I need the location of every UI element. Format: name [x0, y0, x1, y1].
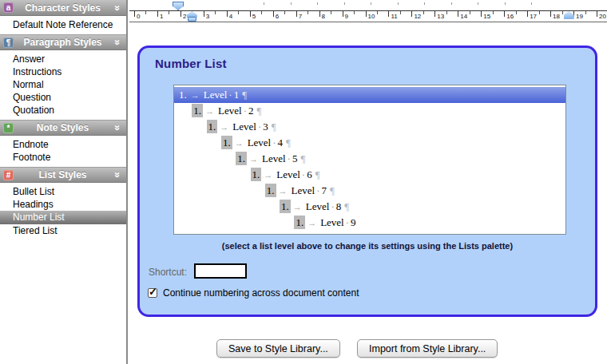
continue-numbering-label: Continue numbering across document conte… — [163, 287, 359, 299]
list-number: 1. — [177, 88, 188, 101]
panel-title: Number List — [155, 57, 227, 70]
sidebar-item-bullet-list[interactable]: Bullet List — [0, 185, 126, 198]
ruler-half-tick — [562, 11, 563, 14]
ruler-tick-label: 17 — [530, 13, 537, 20]
tab-character-icon: → — [307, 218, 316, 228]
sidebar-item-footnote[interactable]: Footnote — [0, 151, 126, 164]
tab-character-icon: → — [191, 90, 200, 100]
save-to-style-library-button[interactable]: Save to Style Library... — [216, 339, 340, 358]
ruler-tick — [204, 11, 204, 17]
ruler-tick — [273, 11, 274, 17]
ruler-half-tick — [331, 11, 331, 14]
section-header-character-styles[interactable]: aCharacter Styles» — [0, 0, 126, 16]
tab-character-icon: → — [279, 186, 288, 196]
list-number: 1. — [236, 152, 247, 165]
level-number: 6 — [307, 168, 312, 180]
level-number: 4 — [278, 136, 284, 148]
level-text: Level — [248, 136, 272, 148]
sidebar-item-instructions[interactable]: Instructions — [0, 65, 126, 78]
tab-stop-dot — [505, 2, 506, 5]
section-header-list-styles[interactable]: #List Styles» — [0, 167, 126, 183]
ruler-tick-label: 7 — [299, 13, 302, 20]
space-dot-icon: · — [346, 216, 349, 228]
ruler-tick — [597, 11, 597, 17]
ruler-half-tick — [470, 11, 470, 14]
collapse-chevron-icon[interactable]: » — [112, 2, 123, 14]
ruler-half-tick — [539, 11, 540, 14]
tab-character-icon: → — [264, 170, 272, 180]
ruler-tick-label: 6 — [276, 13, 279, 20]
shortcut-input[interactable] — [194, 263, 247, 279]
ruler-tick-label: 13 — [437, 13, 444, 20]
continue-numbering-checkbox[interactable] — [148, 288, 157, 298]
space-dot-icon: · — [316, 184, 319, 196]
ruler-tick-label: 2 — [183, 13, 186, 20]
pilcrow-icon: ¶ — [256, 105, 261, 117]
list-level-row-2[interactable]: 1.→Level·2¶ — [174, 103, 565, 119]
collapse-chevron-icon[interactable]: » — [112, 122, 123, 133]
import-from-style-library-button[interactable]: Import from Style Library... — [357, 339, 498, 358]
list-number: 1. — [251, 168, 262, 181]
ruler-tick — [134, 11, 135, 17]
list-level-preview-box[interactable]: 1.→Level·1¶1.→Level·2¶1.→Level·3¶1.→Leve… — [173, 85, 566, 235]
first-line-indent-marker[interactable] — [173, 2, 184, 10]
right-indent-marker[interactable] — [564, 11, 574, 19]
ruler-half-tick — [145, 11, 146, 14]
pilcrow-icon: ¶ — [272, 121, 276, 133]
sidebar-item-headings[interactable]: Headings — [0, 198, 126, 211]
ruler-tick-label: 11 — [391, 13, 397, 20]
sidebar-item-tiered-list[interactable]: Tiered List — [0, 224, 126, 237]
list-level-row-6[interactable]: 1.→Level·6¶ — [174, 167, 565, 183]
list-level-row-4[interactable]: 1.→Level·4¶ — [174, 135, 565, 151]
ruler-half-tick — [516, 11, 517, 14]
section-header-paragraph-styles[interactable]: ¶Paragraph Styles» — [0, 34, 126, 50]
collapse-chevron-icon[interactable]: » — [112, 37, 123, 48]
sidebar-item-quotation[interactable]: Quotation — [0, 104, 126, 117]
list-number: 1. — [192, 104, 203, 117]
list-level-row-5[interactable]: 1.→Level·5¶ — [174, 151, 565, 167]
sidebar-item-answer[interactable]: Answer — [0, 53, 126, 65]
list-level-row-7[interactable]: 1.→Level·7¶ — [174, 183, 565, 199]
ruler-tick-label: 9 — [345, 13, 348, 20]
ruler-tick-label: 5 — [252, 13, 256, 20]
pilcrow-icon: ¶ — [286, 136, 291, 148]
section-items-note-styles: EndnoteFootnote — [0, 136, 126, 167]
sidebar-item-number-list[interactable]: Number List — [0, 211, 126, 224]
ruler-tick-label: 19 — [576, 13, 583, 20]
pilcrow-icon: ¶ — [315, 168, 320, 180]
section-items-character-styles: Default Note Reference — [0, 16, 126, 34]
collapse-chevron-icon[interactable]: » — [112, 169, 123, 180]
ruler-tick — [458, 11, 458, 17]
ruler[interactable]: 01234567891011121314151617181920 — [129, 0, 607, 22]
tab-stop-dot — [451, 2, 452, 5]
list-level-row-1[interactable]: 1.→Level·1¶ — [174, 87, 565, 103]
pilcrow-icon: ¶ — [330, 184, 335, 196]
sidebar-item-default-note-reference[interactable]: Default Note Reference — [0, 18, 126, 31]
ruler-tick — [181, 11, 181, 17]
ruler-tick-label: 12 — [414, 13, 421, 20]
ruler-baseline — [129, 10, 607, 11]
tab-stop-dot — [344, 2, 345, 5]
ruler-tick — [296, 11, 297, 17]
ruler-bottom-border — [129, 22, 607, 22]
list-level-row-9[interactable]: 1.→Level·9 — [174, 215, 565, 231]
shortcut-label: Shortcut: — [149, 267, 187, 278]
ruler-tick — [481, 11, 482, 17]
left-indent-marker-base[interactable] — [188, 17, 196, 22]
level-text: Level — [320, 216, 344, 228]
ruler-tick-label: 8 — [322, 13, 325, 20]
section-label-character-styles: Character Styles — [14, 2, 112, 14]
tab-stop-dot — [531, 2, 532, 5]
section-header-note-styles[interactable]: *Note Styles» — [0, 120, 126, 136]
sidebar-item-endnote[interactable]: Endnote — [0, 138, 126, 151]
tab-stop-dot — [478, 2, 478, 5]
ruler-half-tick — [493, 11, 494, 14]
tab-stop-dot — [424, 2, 425, 5]
sidebar-item-normal[interactable]: Normal — [0, 78, 126, 91]
ruler-half-tick — [284, 11, 285, 14]
list-level-row-8[interactable]: 1.→Level·8¶ — [174, 199, 565, 215]
ruler-half-tick — [446, 11, 447, 14]
list-level-row-3[interactable]: 1.→Level·3¶ — [174, 119, 565, 135]
space-dot-icon: · — [331, 200, 334, 212]
sidebar-item-question[interactable]: Question — [0, 91, 126, 104]
